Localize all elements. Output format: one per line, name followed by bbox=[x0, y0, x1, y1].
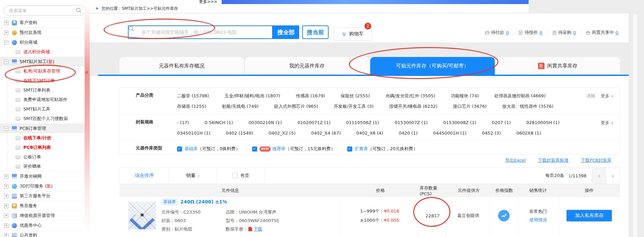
sidebar-item-coupon-center[interactable]: 优惠券中心 bbox=[0, 220, 85, 230]
sidebar-search-input[interactable] bbox=[8, 8, 75, 14]
collapse-left-icon[interactable] bbox=[85, 71, 88, 74]
libtype-basic[interactable]: 基础库（可预订，0换料费） bbox=[177, 146, 240, 152]
libtype-extended[interactable]: 扩展库（可预订，20元换料费） bbox=[347, 146, 418, 152]
expand-icon[interactable] bbox=[4, 174, 8, 179]
tab-mountable-stock[interactable]: 可贴元件库存（可购买/可邮寄） bbox=[370, 57, 495, 75]
search-all-button[interactable]: 搜全部 bbox=[273, 25, 299, 39]
package-option[interactable]: 0452 (3) bbox=[482, 131, 501, 136]
package-option[interactable]: 01020071Z (1) bbox=[297, 120, 331, 125]
datasheet-download-link[interactable]: 下载 bbox=[253, 226, 262, 232]
prev-page-button[interactable] bbox=[592, 167, 606, 184]
component-title-link[interactable]: 240Ω (2400) ±1% bbox=[180, 199, 227, 204]
checkbox-unchecked-icon[interactable] bbox=[232, 173, 238, 178]
package-option[interactable]: 04450001H (1) bbox=[433, 131, 467, 136]
sidebar-subitem-review-orders[interactable]: 评价晒单 bbox=[0, 162, 85, 171]
category-option[interactable]: 光耦/发光管/红外 (3505) bbox=[385, 93, 435, 98]
package-option[interactable]: 0402_X8 (4) bbox=[356, 131, 383, 136]
usage-link[interactable]: 使用情况 bbox=[529, 217, 547, 223]
package-option[interactable]: 0402_X2 (5) bbox=[269, 131, 295, 136]
sidebar-subitem-private-stock-mgmt[interactable]: 私有/可贴库存管理 bbox=[0, 66, 85, 76]
sidebar-search-box[interactable] bbox=[4, 5, 85, 16]
expand-icon[interactable] bbox=[4, 233, 8, 237]
sidebar-item-vat-invoice[interactable]: 增值税票开票管理 bbox=[0, 211, 85, 220]
idle-sharing-link[interactable]: 闲置共享中0 bbox=[586, 29, 618, 36]
sidebar-subitem-online-order-pricing[interactable]: 在线下单/计价 bbox=[0, 133, 85, 143]
expand-icon[interactable] bbox=[4, 21, 8, 25]
collapse-icon[interactable] bbox=[4, 60, 8, 64]
sidebar-subitem-smt-order-list[interactable]: SMT订单列表 bbox=[0, 85, 85, 95]
search-current-button[interactable]: 搜当前 bbox=[302, 25, 329, 39]
sidebar-item-smt-processing[interactable]: SMT贴片加工(新) bbox=[0, 57, 85, 66]
sidebar-subitem-public-board-orders[interactable]: 公板订单 bbox=[0, 152, 85, 162]
package-option[interactable]: 0420 (1) bbox=[399, 131, 418, 136]
sidebar-item-laser-stencil[interactable]: 开激光钢网 bbox=[0, 171, 85, 181]
package-option[interactable]: 0602X8 (1) bbox=[516, 131, 541, 136]
package-option[interactable]: 01530008Z (1) bbox=[443, 120, 476, 125]
package-option[interactable]: 01530007Z (1) bbox=[395, 120, 428, 125]
package-option[interactable]: 0402_X4 (67) bbox=[311, 131, 341, 136]
sidebar-item-3d-print-service[interactable]: 3D打印服务 (新) bbox=[0, 181, 85, 191]
topbar-more-link[interactable]: 更多>>> bbox=[199, 0, 217, 4]
sidebar-subitem-offline-smt-order[interactable]: 在线下SMT订单 bbox=[0, 76, 85, 85]
checkbox-checked-icon[interactable] bbox=[177, 146, 182, 152]
pending-payment-link[interactable]: 待付款0 bbox=[485, 29, 509, 36]
category-option[interactable]: 五金/焊材/辅料/电池 (1807) bbox=[225, 93, 281, 98]
checkbox-checked-icon[interactable] bbox=[252, 146, 257, 152]
sidebar-item-prepaid-system[interactable]: 预付款系统 bbox=[0, 27, 85, 37]
sidebar-subitem-smt-tools[interactable]: SMT贴片工具 bbox=[0, 104, 85, 114]
category-option[interactable]: 保险丝 (2555) bbox=[341, 93, 370, 98]
expand-icon[interactable] bbox=[4, 184, 8, 189]
sidebar-item-customer-info[interactable]: 客户资料 bbox=[0, 18, 85, 27]
package-option[interactable]: 03450101H (1) bbox=[177, 131, 210, 136]
category-option[interactable]: 射频/无线电 (749) bbox=[222, 104, 258, 109]
package-option[interactable]: - (17) bbox=[177, 120, 189, 125]
collapse-icon[interactable] bbox=[4, 126, 8, 131]
component-search-input[interactable] bbox=[141, 29, 272, 35]
add-to-private-stock-button[interactable]: 加入私有库存 bbox=[567, 210, 612, 221]
expand-icon[interactable] bbox=[4, 223, 8, 228]
category-option[interactable]: 放大器、线性器件 (3576) bbox=[502, 104, 553, 109]
sidebar-item-third-party-platform[interactable]: 第三方服务平台 bbox=[0, 191, 85, 201]
category-option[interactable]: 传感器 (1679) bbox=[296, 93, 325, 98]
package-option[interactable]: 01110506Z (1) bbox=[346, 120, 379, 125]
category-option[interactable]: 功能模块 (74) bbox=[451, 93, 479, 98]
clear-filters-link[interactable]: 清除 bbox=[586, 93, 595, 98]
category-option[interactable]: 存储器 (1255) bbox=[177, 104, 206, 109]
category-option[interactable]: 接口芯片 (3676) bbox=[453, 104, 487, 109]
sidebar-subitem-smt-personal-data[interactable]: SMT匹配个人习惯数据 bbox=[0, 114, 85, 123]
expand-icon[interactable] bbox=[4, 194, 8, 198]
price-trend-icon[interactable] bbox=[498, 210, 510, 221]
category-option[interactable]: 二极管 (15798) bbox=[177, 93, 209, 98]
expand-icon[interactable] bbox=[4, 214, 8, 218]
checkbox-checked-icon[interactable] bbox=[347, 146, 352, 152]
tab-private-stock-overview[interactable]: 元器件私有库存概况 bbox=[119, 57, 244, 75]
package-option[interactable]: 0.56INCH (1) bbox=[205, 120, 233, 125]
package-option[interactable]: 02810005H (1) bbox=[526, 120, 560, 125]
category-option[interactable]: 按键开关/继电器 (6232) bbox=[389, 104, 438, 109]
pending-procurement-link[interactable]: 待采购0 bbox=[552, 29, 576, 36]
sort-comprehensive[interactable]: 综合排序 bbox=[120, 167, 169, 184]
search-icon[interactable] bbox=[76, 8, 82, 13]
scrollbar-track[interactable] bbox=[632, 14, 638, 237]
collapse-icon[interactable] bbox=[4, 40, 8, 45]
package-option[interactable]: 0207 (1) bbox=[492, 120, 511, 125]
instock-filter[interactable]: 有货 bbox=[217, 167, 265, 184]
category-option[interactable]: 嵌入式外围芯片 (965) bbox=[274, 104, 318, 109]
sidebar-item-after-sales[interactable]: 售后服务 bbox=[0, 201, 85, 211]
component-search-box[interactable] bbox=[128, 25, 273, 39]
package-option[interactable]: 00300210N (1) bbox=[248, 120, 282, 125]
more-packages-link[interactable]: 更多 bbox=[601, 120, 614, 125]
libtype-recommended[interactable]: NEW推荐库（可预订，15元换料费） bbox=[252, 146, 335, 152]
category-option[interactable]: 开发板/开发工具 (3) bbox=[334, 104, 374, 109]
next-page-button[interactable] bbox=[606, 167, 620, 184]
expand-icon[interactable] bbox=[4, 31, 8, 35]
pending-quote-link[interactable]: 待报价0 bbox=[518, 29, 542, 36]
package-option[interactable]: 0402 (1549) bbox=[226, 131, 253, 136]
sidebar-subitem-enter-points-mall[interactable]: 进入积分商城 bbox=[0, 47, 85, 57]
sidebar-subitem-free-add-components[interactable]: 免费申请增加可贴器件 bbox=[0, 95, 85, 104]
export-link[interactable]: 下载封装库标准 bbox=[538, 157, 569, 163]
tab-my-component-stock[interactable]: 我的元器件库存 bbox=[245, 57, 370, 75]
sidebar-item-pcb-order-mgmt[interactable]: PCB订单管理 bbox=[0, 123, 85, 133]
sidebar-item-public-data[interactable]: 公共资料 bbox=[0, 230, 85, 237]
sidebar-subitem-pcb-order-list[interactable]: PCB订单列表 bbox=[0, 143, 85, 152]
